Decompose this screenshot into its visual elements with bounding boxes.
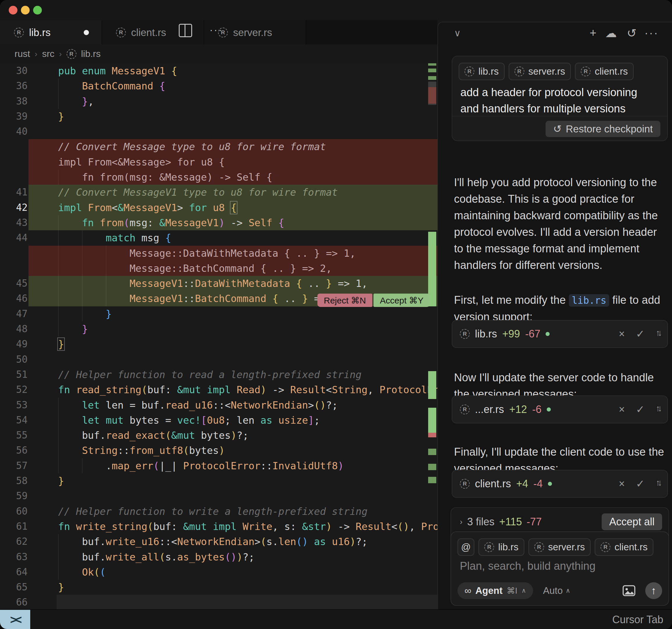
breadcrumb-item-src[interactable]: src [42,49,55,59]
file-diff-card-lib[interactable]: R lib.rs +99 -67 × ✓ ↑↓ [452,320,668,348]
code-editor[interactable]: 30pub enum MessageV1 {36 BatchCommand {3… [0,63,437,609]
line-number: 51 [0,367,28,382]
diff-ruler-mark [428,63,436,66]
close-window-button[interactable] [9,6,18,15]
code-line-63[interactable]: 63 buf.write_all(s.as_bytes())?; [0,549,437,564]
accept-file-icon[interactable]: ✓ [636,328,645,340]
diff-ruler-mark [428,371,436,399]
code-line-54[interactable]: 54 let mut bytes = vec![0u8; len as usiz… [0,413,437,428]
cursor-tab-status[interactable]: Cursor Tab [613,610,663,629]
code-line-65[interactable]: 65} [0,580,437,595]
file-pill-client[interactable]: Rclient.rs [595,538,653,556]
zoom-window-button[interactable] [33,6,42,15]
code-line-47[interactable]: 47 } [0,306,437,322]
app-window: Rlib.rsRclient.rsRserver.rs ··· rust › s… [0,0,672,629]
code-line[interactable]: Message::DataWithMetadata { .. } => 1, [0,246,437,261]
tab-lib-rs[interactable]: Rlib.rs [0,20,102,45]
accept-file-icon[interactable]: ✓ [636,403,645,416]
accept-all-files-button[interactable]: Accept all [602,513,662,530]
reject-file-icon[interactable]: × [619,403,625,416]
code-line-60[interactable]: 60// Helper function to write a length-p… [0,504,437,519]
code-line-42[interactable]: 42impl From<&MessageV1> for u8 { [0,200,437,215]
code-line-52[interactable]: 52fn read_string(buf: &mut impl Read) ->… [0,382,437,397]
total-added: +115 [499,516,522,528]
code-line[interactable]: fn from(msg: &Message) -> Self { [0,170,437,185]
code-line-66[interactable]: 66 [0,595,437,609]
code-line-36[interactable]: 36 BatchCommand { [0,78,437,94]
more-options-icon[interactable]: ··· [644,26,658,40]
code-line-38[interactable]: 38 }, [0,94,437,109]
cloud-icon[interactable]: ☁ [605,26,617,40]
file-name: lib.rs [475,328,497,340]
file-pill-lib[interactable]: Rlib.rs [478,538,524,556]
file-pill-server[interactable]: Rserver.rs [509,63,571,80]
remote-connection-button[interactable]: >< [0,610,30,629]
line-number: 64 [0,564,28,580]
add-context-button[interactable]: @ [457,538,474,556]
code-line-39[interactable]: 39} [0,109,437,124]
code-line-62[interactable]: 62 buf.write_u16::<NetworkEndian>(s.len(… [0,534,437,549]
send-button[interactable]: ↑ [645,582,662,599]
expand-icon[interactable]: ↑↓ [656,328,660,340]
editor-more-actions-icon[interactable]: ··· [210,24,223,37]
code-line-43[interactable]: 43 fn from(msg: &MessageV1) -> Self { [0,215,437,230]
file-pill-server[interactable]: Rserver.rs [528,538,591,556]
rust-file-icon: R [484,542,494,552]
overview-ruler[interactable] [428,63,437,609]
code-line-45[interactable]: 45 MessageV1::DataWithMetadata { .. } =>… [0,276,437,291]
chat-input-placeholder[interactable]: Plan, search, build anything [460,560,596,572]
code-line-55[interactable]: 55 buf.read_exact(&mut bytes)?; [0,428,437,443]
total-removed: -77 [527,516,542,528]
title-bar [0,0,672,20]
code-line-64[interactable]: 64 Ok(( [0,564,437,580]
rust-file-icon: R [14,28,24,37]
agent-mode-selector[interactable]: ∞ Agent ⌘I ∧ [457,582,533,599]
code-line-40[interactable]: 40 [0,124,437,139]
file-diff-card-server[interactable]: R ...er.rs +12 -6 × ✓ ↑↓ [452,396,668,423]
split-editor-icon[interactable] [179,24,192,37]
line-number: 43 [0,215,28,230]
expand-icon[interactable]: ↑↓ [656,478,660,490]
line-number: 58 [0,473,28,488]
code-line-57[interactable]: 57 .map_err(|_| ProtocolError::InvalidUt… [0,458,437,473]
code-line-44[interactable]: 44 match msg { [0,230,437,245]
minimize-window-button[interactable] [21,6,30,15]
new-chat-icon[interactable]: + [590,26,596,40]
file-pill-lib[interactable]: Rlib.rs [459,63,505,80]
lines-removed: -6 [532,403,542,416]
accept-diff-button[interactable]: Accept ⌘Y [374,294,430,307]
code-line-56[interactable]: 56 String::from_utf8(bytes) [0,443,437,458]
changes-summary-row[interactable]: › 3 files +115 -77 Accept all [460,513,662,531]
reject-diff-button[interactable]: Reject ⌘N [317,294,372,307]
code-line[interactable]: impl From<&Message> for u8 { [0,154,437,170]
code-line-58[interactable]: 58} [0,473,437,488]
breadcrumb-item-file[interactable]: lib.rs [81,49,101,59]
expand-icon[interactable]: ↑↓ [656,403,660,416]
file-name: ...er.rs [475,403,504,416]
code-line-61[interactable]: 61fn write_string(buf: &mut impl Write, … [0,519,437,534]
restore-checkpoint-button[interactable]: ↺ Restore checkpoint [546,121,661,137]
attach-image-button[interactable] [623,585,635,596]
code-line-50[interactable]: 50 [0,352,437,367]
file-diff-card-client[interactable]: R client.rs +4 -4 × ✓ ↑↓ [452,470,668,498]
code-line-30[interactable]: 30pub enum MessageV1 { [0,63,437,78]
code-line-53[interactable]: 53 let len = buf.read_u16::<NetworkEndia… [0,398,437,413]
chevron-down-icon[interactable]: ∨ [454,28,461,39]
model-selector[interactable]: Auto ∧ [543,585,570,596]
history-icon[interactable]: ↺ [627,26,637,40]
code-line[interactable]: Message::BatchCommand { .. } => 2, [0,261,437,276]
code-line-48[interactable]: 48 } [0,322,437,336]
user-prompt-text: add a header for protocol versioning and… [460,84,655,117]
breadcrumb-item-rust[interactable]: rust [15,49,30,59]
reject-file-icon[interactable]: × [619,328,625,340]
file-pill-client[interactable]: Rclient.rs [575,63,633,80]
code-line-51[interactable]: 51// Helper function to read a length-pr… [0,367,437,382]
reject-file-icon[interactable]: × [619,478,625,490]
chat-input-box[interactable]: @ Rlib.rs Rserver.rs Rclient.rs Plan, se… [451,531,669,606]
accept-file-icon[interactable]: ✓ [636,478,645,490]
code-line-49[interactable]: 49} [0,336,437,352]
code-line-59[interactable]: 59 [0,488,437,504]
code-line-41[interactable]: 41// Convert MessageV1 type to u8 for wi… [0,185,437,200]
code-line[interactable]: // Convert Message type to u8 for wire f… [0,139,437,154]
rust-file-icon: R [534,542,544,552]
